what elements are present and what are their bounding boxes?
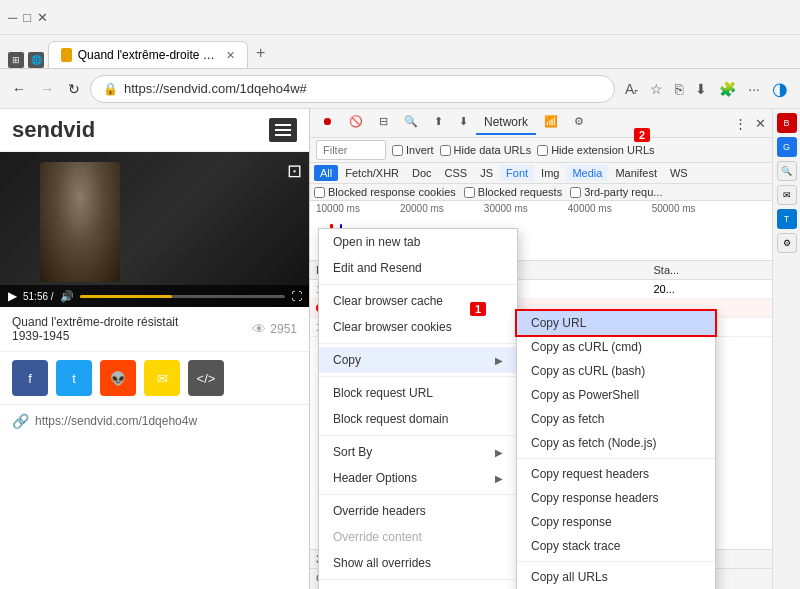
window-controls[interactable]: ─ □ ✕ bbox=[8, 10, 48, 25]
filter-tab-js[interactable]: JS bbox=[474, 165, 499, 181]
blocked-response-cookies-checkbox[interactable] bbox=[314, 187, 325, 198]
context-menu-item-show-overrides[interactable]: Show all overrides bbox=[319, 550, 517, 576]
filter-tabs: All Fetch/XHR Doc CSS JS Font Img Media … bbox=[310, 163, 772, 184]
devtools-search-btn[interactable]: 🔍 bbox=[396, 111, 426, 135]
site-url-bar: 🔗 https://sendvid.com/1dqeho4w bbox=[0, 404, 309, 437]
tab-close-button[interactable]: ✕ bbox=[226, 49, 235, 62]
fullscreen-button[interactable]: ⛶ bbox=[291, 290, 302, 302]
reader-mode-icon[interactable]: Aᵣ bbox=[621, 77, 642, 101]
context-menu-item-override-content: Override content bbox=[319, 524, 517, 550]
filter-tab-media[interactable]: Media bbox=[566, 165, 608, 181]
context-menu-item-clear-cookies[interactable]: Clear browser cookies bbox=[319, 314, 517, 340]
devtools-export-btn[interactable]: ⬇ bbox=[451, 111, 476, 135]
forward-button[interactable]: → bbox=[36, 77, 58, 101]
context-menu-item-override-headers[interactable]: Override headers bbox=[319, 498, 517, 524]
context-menu-item-sort-by[interactable]: Sort By ▶ bbox=[319, 439, 517, 465]
devtools-import-btn[interactable]: ⬆ bbox=[426, 111, 451, 135]
minimize-icon[interactable]: ─ bbox=[8, 10, 17, 25]
more-icon[interactable]: ··· bbox=[744, 77, 764, 101]
reload-button[interactable]: ↻ bbox=[64, 77, 84, 101]
title-bar: ─ □ ✕ bbox=[0, 0, 800, 35]
devtools-filter-icon[interactable]: ⊟ bbox=[371, 111, 396, 135]
back-button[interactable]: ← bbox=[8, 77, 30, 101]
context-menu-item-copy[interactable]: Copy ▶ bbox=[319, 347, 517, 373]
filter-tab-font[interactable]: Font bbox=[500, 165, 534, 181]
filter-tab-doc[interactable]: Doc bbox=[406, 165, 438, 181]
devtools-close-icon[interactable]: ✕ bbox=[753, 114, 768, 133]
copy-submenu-item-request-headers[interactable]: Copy request headers bbox=[517, 462, 715, 486]
copy-submenu-item-response-headers[interactable]: Copy response headers bbox=[517, 486, 715, 510]
copy-submenu-item-powershell[interactable]: Copy as PowerShell bbox=[517, 383, 715, 407]
filter-input[interactable] bbox=[316, 140, 386, 160]
embed-button[interactable]: </> bbox=[188, 360, 224, 396]
copy-submenu-item-curl-bash[interactable]: Copy as cURL (bash) bbox=[517, 359, 715, 383]
email-button[interactable]: ✉ bbox=[144, 360, 180, 396]
copy-submenu-item-all-urls[interactable]: Copy all URLs bbox=[517, 565, 715, 589]
edge-icon[interactable]: ◑ bbox=[768, 74, 792, 104]
hamburger-menu[interactable] bbox=[269, 118, 297, 142]
reddit-button[interactable]: 👽 bbox=[100, 360, 136, 396]
twitter-button[interactable]: t bbox=[56, 360, 92, 396]
blocked-requests-checkbox[interactable] bbox=[464, 187, 475, 198]
extensions-icon[interactable]: 🧩 bbox=[715, 77, 740, 101]
devtools-wifi-icon[interactable]: 📶 bbox=[536, 111, 566, 135]
context-menu-item-block-url[interactable]: Block request URL bbox=[319, 380, 517, 406]
hide-ext-urls-checkbox[interactable] bbox=[537, 145, 548, 156]
context-menu-item-clear-cache[interactable]: Clear browser cache bbox=[319, 288, 517, 314]
devtools-gear-icon[interactable]: ⚙ bbox=[566, 111, 592, 135]
ext-icon-4[interactable]: ✉ bbox=[777, 185, 797, 205]
filter-tab-css[interactable]: CSS bbox=[439, 165, 474, 181]
filter-tab-ws[interactable]: WS bbox=[664, 165, 694, 181]
invert-checkbox-label: Invert bbox=[392, 144, 434, 156]
video-player[interactable]: ⊡ ▶ 51:56 / 🔊 ⛶ bbox=[0, 152, 310, 307]
copy-submenu-item-fetch[interactable]: Copy as fetch bbox=[517, 407, 715, 431]
third-party-checkbox[interactable] bbox=[570, 187, 581, 198]
progress-bar[interactable] bbox=[80, 295, 285, 298]
new-tab-button[interactable]: + bbox=[248, 38, 273, 68]
filter-tab-all[interactable]: All bbox=[314, 165, 338, 181]
volume-icon[interactable]: 🔊 bbox=[60, 290, 74, 303]
favorites-icon[interactable]: ☆ bbox=[646, 77, 667, 101]
maximize-icon[interactable]: □ bbox=[23, 10, 31, 25]
copy-submenu: Copy URL Copy as cURL (cmd) Copy as cURL… bbox=[516, 310, 716, 589]
copy-submenu-item-curl-cmd[interactable]: Copy as cURL (cmd) bbox=[517, 335, 715, 359]
devtools-record-btn[interactable]: ⏺ bbox=[314, 111, 341, 135]
filter-tab-img[interactable]: Img bbox=[535, 165, 565, 181]
blocked-response-cookies-label: Blocked response cookies bbox=[314, 186, 456, 198]
context-menu-item-block-domain[interactable]: Block request domain bbox=[319, 406, 517, 432]
address-input[interactable]: 🔒 https://sendvid.com/1dqeho4w# bbox=[90, 75, 615, 103]
devtools-clear-btn[interactable]: 🚫 bbox=[341, 111, 371, 135]
video-controls[interactable]: ▶ 51:56 / 🔊 ⛶ bbox=[0, 285, 310, 307]
collections-icon[interactable]: ⎘ bbox=[671, 77, 687, 101]
site-header: sendvid bbox=[0, 109, 309, 152]
browser-menu-icon[interactable]: ⊞ bbox=[8, 52, 24, 68]
close-icon[interactable]: ✕ bbox=[37, 10, 48, 25]
copy-submenu-item-url[interactable]: Copy URL bbox=[517, 311, 715, 335]
invert-checkbox[interactable] bbox=[392, 145, 403, 156]
copy-submenu-item-fetch-nodejs[interactable]: Copy as fetch (Node.js) bbox=[517, 431, 715, 455]
context-menu-item-header-options[interactable]: Header Options ▶ bbox=[319, 465, 517, 491]
browser-icon[interactable]: 🌐 bbox=[28, 52, 44, 68]
context-menu-item-save-har[interactable]: Save all as HAR with content bbox=[319, 583, 517, 589]
ext-icon-2[interactable]: G bbox=[777, 137, 797, 157]
play-button[interactable]: ▶ bbox=[8, 289, 17, 303]
devtools-more-icon[interactable]: ⋮ bbox=[732, 114, 749, 133]
downloads-icon[interactable]: ⬇ bbox=[691, 77, 711, 101]
ext-icon-3[interactable]: 🔍 bbox=[777, 161, 797, 181]
ext-icon-5[interactable]: T bbox=[777, 209, 797, 229]
tab-bar: ⊞ 🌐 Quand l'extrême-droite résistait ...… bbox=[0, 35, 800, 69]
ext-icon-1[interactable]: B bbox=[777, 113, 797, 133]
context-menu-item-open-new-tab[interactable]: Open in new tab bbox=[319, 229, 517, 255]
ext-icon-6[interactable]: ⚙ bbox=[777, 233, 797, 253]
copy-submenu-item-stack-trace[interactable]: Copy stack trace bbox=[517, 534, 715, 558]
active-tab[interactable]: Quand l'extrême-droite résistait ... ✕ bbox=[48, 41, 248, 68]
hide-data-urls-label: Hide data URLs bbox=[440, 144, 532, 156]
filter-tab-manifest[interactable]: Manifest bbox=[609, 165, 663, 181]
tab-network[interactable]: Network bbox=[476, 111, 536, 135]
separator-2 bbox=[319, 343, 517, 344]
context-menu-item-edit-resend[interactable]: Edit and Resend bbox=[319, 255, 517, 281]
facebook-button[interactable]: f bbox=[12, 360, 48, 396]
copy-submenu-item-response[interactable]: Copy response bbox=[517, 510, 715, 534]
hide-data-urls-checkbox[interactable] bbox=[440, 145, 451, 156]
filter-tab-fetch[interactable]: Fetch/XHR bbox=[339, 165, 405, 181]
